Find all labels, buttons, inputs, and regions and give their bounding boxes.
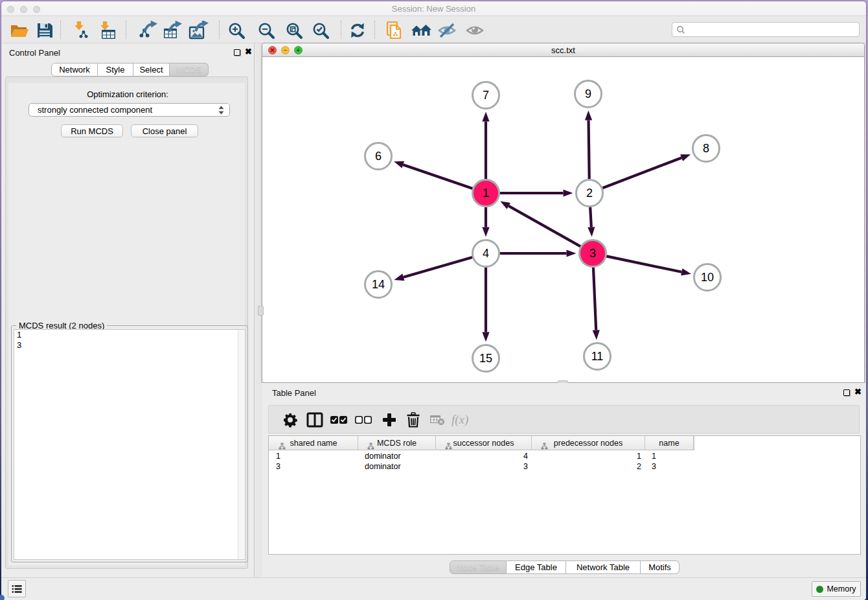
gear-icon	[282, 412, 298, 428]
node-label: 1	[483, 187, 489, 200]
node-8[interactable]: 8	[693, 135, 720, 162]
node-11[interactable]: 11	[584, 343, 611, 370]
search-field[interactable]	[672, 22, 860, 37]
tab-style[interactable]: Style	[98, 63, 133, 76]
control-panel-close-button[interactable]: ✖	[245, 49, 252, 55]
edge-2-9[interactable]	[589, 120, 589, 179]
result-scrollbar[interactable]	[238, 330, 245, 559]
check-pair-button[interactable]	[328, 410, 349, 430]
column-header-MCDS-role[interactable]: MCDS role	[358, 436, 436, 450]
refresh-button[interactable]	[346, 19, 369, 41]
table-tab-edge-table[interactable]: Edge Table	[507, 560, 566, 574]
edge-arrow-3-1	[500, 202, 510, 209]
edge-1-6[interactable]	[403, 165, 472, 189]
table-row[interactable]: 1dominator411	[269, 451, 860, 461]
mcds-result-list[interactable]: 13	[14, 329, 246, 560]
table-delete-button	[427, 410, 448, 430]
desktop-artifact	[0, 595, 5, 600]
table-tab-motifs[interactable]: Motifs	[641, 560, 680, 574]
table-row[interactable]: 3dominator323	[269, 461, 860, 472]
uncheck-pair-button[interactable]	[353, 410, 374, 430]
save-button[interactable]	[33, 19, 56, 41]
search-icon	[676, 25, 685, 34]
node-14[interactable]: 14	[365, 271, 392, 298]
cell-name[interactable]: 1	[652, 451, 694, 461]
network-canvas[interactable]: 1 2 3 4 6 7 8 9 10 11 14 15	[262, 57, 864, 382]
node-1[interactable]: 1	[473, 180, 499, 207]
cell-successor-nodes[interactable]: 3	[436, 461, 528, 472]
column-header-predecessor-nodes[interactable]: predecessor nodes	[532, 436, 645, 450]
export-table-button[interactable]	[161, 19, 185, 41]
network-frame-titlebar[interactable]: ✕ – + scc.txt	[262, 43, 864, 57]
column-header-name[interactable]: name	[645, 436, 694, 450]
plus-button[interactable]	[379, 410, 400, 430]
cell-name[interactable]: 3	[652, 461, 694, 472]
tab-label: Network	[59, 65, 90, 75]
columns-button[interactable]	[304, 410, 325, 430]
edge-3-11[interactable]	[593, 267, 596, 330]
open-button[interactable]	[8, 19, 31, 41]
gear-button[interactable]	[280, 410, 301, 430]
search-input[interactable]	[685, 25, 859, 34]
edge-4-14[interactable]	[404, 257, 472, 277]
cell-shared-name[interactable]: 3	[276, 461, 358, 472]
zoom-in-button[interactable]	[224, 19, 247, 41]
control-panel: Control Panel ✖ NetworkStyleSelectMCDS O…	[1, 43, 255, 577]
node-9[interactable]: 9	[575, 81, 602, 108]
node-3[interactable]: 3	[580, 240, 606, 267]
export-image-button[interactable]	[187, 19, 211, 41]
node-6[interactable]: 6	[365, 143, 392, 170]
edge-2-3[interactable]	[590, 207, 591, 227]
column-header-shared-name[interactable]: shared name	[269, 436, 358, 450]
node-2[interactable]: 2	[577, 180, 603, 207]
cell-predecessor-nodes[interactable]: 2	[532, 461, 641, 472]
result-item[interactable]: 3	[14, 340, 245, 351]
trash-button[interactable]	[403, 410, 424, 430]
tab-mcds[interactable]: MCDS	[170, 63, 209, 76]
node-10[interactable]: 10	[694, 264, 721, 291]
cell-MCDS-role[interactable]: dominator	[365, 451, 436, 461]
memory-button[interactable]: Memory	[812, 581, 861, 597]
open-icon	[10, 21, 29, 40]
table-tab-network-table[interactable]: Network Table	[566, 560, 641, 574]
node-table[interactable]: shared name MCDS role successor nodes pr…	[268, 435, 861, 555]
cell-shared-name[interactable]: 1	[276, 451, 358, 461]
table-tab-node-table[interactable]: Node Table	[450, 560, 507, 574]
export-image-icon	[188, 21, 209, 40]
log-console-button[interactable]	[8, 580, 26, 597]
table-panel-float-button[interactable]	[843, 389, 850, 396]
table-panel-close-button[interactable]: ✖	[854, 389, 862, 395]
node-4[interactable]: 4	[473, 240, 499, 267]
edge-2-8[interactable]	[602, 157, 681, 188]
import-network-button[interactable]	[71, 19, 94, 41]
cell-MCDS-role[interactable]: dominator	[365, 461, 436, 472]
cell-successor-nodes[interactable]: 4	[436, 451, 528, 461]
edge-3-10[interactable]	[606, 256, 681, 271]
zoom-out-button[interactable]	[254, 19, 277, 41]
eye-button[interactable]	[463, 19, 486, 41]
result-item[interactable]: 1	[14, 330, 245, 340]
toolbar-separator	[374, 21, 375, 39]
criterion-select[interactable]: strongly connected component	[29, 103, 230, 117]
cell-predecessor-nodes[interactable]: 1	[532, 451, 641, 461]
export-network-button[interactable]	[137, 19, 160, 41]
import-table-button[interactable]	[97, 19, 120, 41]
session-files-button[interactable]	[383, 19, 406, 41]
eye-slash-button[interactable]	[435, 19, 459, 41]
split-divider-grip-left[interactable]	[258, 306, 264, 316]
edge-3-1[interactable]	[508, 206, 580, 247]
save-icon	[36, 21, 54, 40]
houses-button[interactable]	[409, 19, 433, 41]
zoom-fit-button[interactable]	[282, 19, 305, 41]
tab-select[interactable]: Select	[133, 63, 170, 76]
zoom-out-icon	[257, 21, 275, 40]
tab-network[interactable]: Network	[51, 63, 98, 76]
zoom-selected-button[interactable]	[308, 19, 332, 41]
control-panel-float-button[interactable]	[234, 49, 240, 56]
column-header-successor-nodes[interactable]: successor nodes	[436, 436, 532, 450]
tab-label: MCDS	[176, 65, 201, 75]
run-mcds-button[interactable]: Run MCDS	[61, 124, 123, 137]
close-panel-button[interactable]: Close panel	[131, 124, 198, 137]
node-7[interactable]: 7	[473, 82, 499, 109]
node-15[interactable]: 15	[473, 345, 499, 372]
